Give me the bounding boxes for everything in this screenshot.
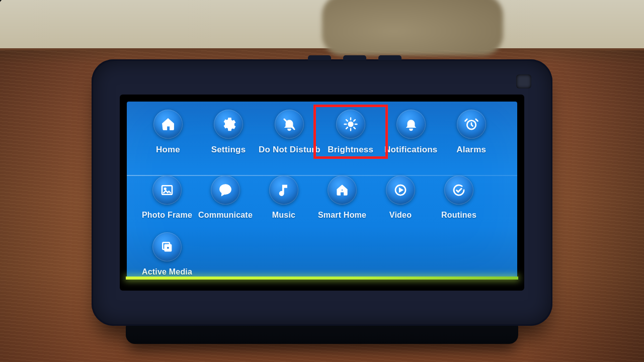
tile-home[interactable]: Home xyxy=(138,110,198,155)
tile-photo-frame[interactable]: Photo Frame xyxy=(138,175,196,220)
tile-label: Photo Frame xyxy=(142,211,192,220)
svg-point-8 xyxy=(167,246,169,249)
speech-icon xyxy=(211,175,240,205)
tile-settings[interactable]: Settings xyxy=(198,110,259,155)
tile-label: Home xyxy=(156,145,180,155)
tile-alarms[interactable]: Alarms xyxy=(441,110,502,155)
tile-label: Video xyxy=(389,211,412,220)
tile-do-not-disturb[interactable]: Do Not Disturb xyxy=(259,110,320,155)
svg-point-4 xyxy=(341,189,343,191)
bell-icon xyxy=(396,110,426,139)
tile-active-media[interactable]: Active Media xyxy=(138,232,196,277)
tile-label: Routines xyxy=(441,211,476,220)
tile-label: Alarms xyxy=(456,145,486,155)
dnd-icon xyxy=(275,110,304,139)
device-bezel: Home Settings Do Not Distu xyxy=(92,59,552,326)
tile-communicate[interactable]: Communicate xyxy=(196,175,255,220)
tile-label: Brightness xyxy=(328,145,373,155)
tile-smart-home[interactable]: Smart Home xyxy=(313,175,371,220)
grid-row: Active Media xyxy=(127,228,517,277)
tile-routines[interactable]: Routines xyxy=(430,175,488,220)
play-icon xyxy=(386,175,415,205)
home-icon xyxy=(153,110,183,139)
svg-point-3 xyxy=(164,188,166,190)
note-icon xyxy=(269,175,298,205)
tile-label: Active Media xyxy=(142,267,192,277)
tile-brightness[interactable]: Brightness xyxy=(320,110,381,155)
tile-label: Settings xyxy=(211,145,246,155)
tile-label: Music xyxy=(272,211,295,220)
device-screen: Home Settings Do Not Distu xyxy=(120,95,524,291)
tile-label: Do Not Disturb xyxy=(259,145,320,155)
quick-settings-panel: Home Settings Do Not Distu xyxy=(127,102,517,280)
tile-label: Communicate xyxy=(198,211,253,220)
bottom-scanline xyxy=(126,277,518,280)
grid-row: Photo Frame Communicate Mu xyxy=(127,168,517,228)
grid-row: Home Settings Do Not Distu xyxy=(127,102,517,168)
check-circle-icon xyxy=(444,175,473,205)
hw-button xyxy=(308,55,331,60)
svg-point-0 xyxy=(348,122,353,127)
camera-shutter xyxy=(516,74,531,88)
smarthome-icon xyxy=(328,175,357,205)
tile-label: Notifications xyxy=(384,145,438,155)
quick-settings-grid: Home Settings Do Not Distu xyxy=(127,102,517,277)
hw-button xyxy=(378,55,401,60)
background-sofa xyxy=(322,0,503,55)
image-icon xyxy=(152,175,182,205)
tile-label: Smart Home xyxy=(318,211,366,220)
gear-icon xyxy=(214,110,243,139)
media-stack-icon xyxy=(152,232,182,261)
photo-scene: Home Settings Do Not Distu xyxy=(0,0,644,362)
tile-notifications[interactable]: Notifications xyxy=(381,110,441,155)
hw-button xyxy=(343,55,366,60)
tile-music[interactable]: Music xyxy=(255,175,313,220)
sun-icon xyxy=(336,110,365,139)
tile-video[interactable]: Video xyxy=(371,175,430,220)
clock-icon xyxy=(457,110,486,139)
